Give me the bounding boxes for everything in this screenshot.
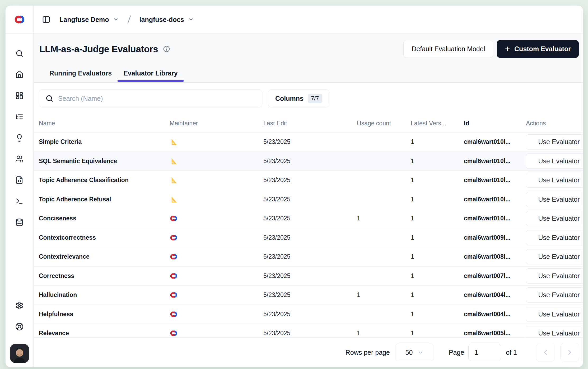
- use-evaluator-button[interactable]: Use Evaluator: [526, 173, 583, 188]
- table-row[interactable]: Conciseness 5/23/2025 1 1 cmal6wart010l.…: [34, 209, 583, 228]
- table-row[interactable]: Hallucination 5/23/2025 1 1 cmal6wart004…: [34, 286, 583, 305]
- evaluator-name: Topic Adherence Refusal: [39, 196, 111, 203]
- page-number-input[interactable]: [469, 349, 501, 356]
- next-page-button[interactable]: [560, 343, 579, 362]
- tab-evaluator-library[interactable]: Evaluator Library: [118, 69, 184, 82]
- sidebar-item-home[interactable]: [9, 64, 30, 85]
- sidebar-item-tracing[interactable]: [9, 106, 30, 127]
- main-content: LLM-as-a-Judge Evaluators Default Evalua…: [34, 34, 583, 367]
- sidebar-item-settings[interactable]: [9, 295, 30, 316]
- last-edit-value: 5/23/2025: [263, 330, 290, 337]
- project-switcher[interactable]: langfuse-docs: [139, 16, 194, 23]
- use-evaluator-button[interactable]: Use Evaluator: [526, 211, 583, 226]
- page-count-label: of 1: [506, 349, 517, 356]
- project-name: langfuse-docs: [139, 16, 184, 23]
- table-row[interactable]: Simple Criteria 5/23/2025 1 cmal6wart010…: [34, 133, 583, 152]
- evaluator-id-value: cmal6wart009l...: [464, 234, 510, 241]
- org-name: Langfuse Demo: [59, 16, 109, 23]
- sidebar-item-search[interactable]: [9, 43, 30, 64]
- evaluator-id-value: cmal6wart007l...: [464, 272, 510, 279]
- evaluator-id-value: cmal6wart004l...: [464, 291, 510, 298]
- use-evaluator-button[interactable]: Use Evaluator: [526, 249, 583, 264]
- column-header-actions: Actions: [526, 120, 583, 127]
- lifebuoy-icon: [15, 323, 24, 331]
- langfuse-logo: [6, 6, 34, 34]
- table-row[interactable]: Topic Adherence Refusal 5/23/2025 1 cmal…: [34, 190, 583, 209]
- org-switcher[interactable]: Langfuse Demo: [59, 16, 119, 23]
- last-edit-value: 5/23/2025: [263, 196, 290, 203]
- terminal-icon: [15, 197, 24, 205]
- sidebar-item-datasets[interactable]: [9, 212, 30, 233]
- custom-evaluator-button[interactable]: + Custom Evaluator: [497, 40, 579, 58]
- latest-version-value: 1: [411, 234, 414, 241]
- use-evaluator-button[interactable]: Use Evaluator: [526, 326, 583, 337]
- user-avatar[interactable]: [10, 344, 29, 363]
- page-title: LLM-as-a-Judge Evaluators: [39, 44, 158, 54]
- evaluator-id-value: cmal6wart010l...: [464, 196, 510, 203]
- sidebar-item-evaluation[interactable]: [9, 127, 30, 148]
- ragas-logo-icon: [170, 138, 263, 146]
- evaluator-id-value: cmal6wart010l...: [464, 158, 510, 164]
- use-evaluator-button[interactable]: Use Evaluator: [526, 230, 583, 245]
- lightbulb-icon: [15, 134, 24, 142]
- column-header-id: Id: [464, 120, 526, 127]
- table-row[interactable]: SQL Semantic Equivalence 5/23/2025 1 cma…: [34, 152, 583, 171]
- info-icon[interactable]: [163, 45, 170, 53]
- sidebar-item-playground[interactable]: [9, 191, 30, 212]
- last-edit-value: 5/23/2025: [263, 138, 290, 145]
- usage-count-value: 1: [357, 215, 360, 222]
- columns-label: Columns: [275, 95, 304, 102]
- table-row[interactable]: Contextrelevance 5/23/2025 1 cmal6wart00…: [34, 247, 583, 267]
- table-row[interactable]: Relevance 5/23/2025 1 1 cmal6wart005l...…: [34, 324, 583, 337]
- sidebar-item-users[interactable]: [9, 148, 30, 169]
- use-evaluator-button[interactable]: Use Evaluator: [526, 307, 583, 322]
- previous-page-button[interactable]: [536, 343, 555, 362]
- gear-icon: [15, 301, 24, 310]
- sidebar-toggle-button[interactable]: [42, 15, 50, 24]
- page-header: LLM-as-a-Judge Evaluators Default Evalua…: [34, 34, 583, 83]
- latest-version-value: 1: [411, 177, 414, 183]
- use-evaluator-button[interactable]: Use Evaluator: [526, 154, 583, 169]
- table-row[interactable]: Helpfulness 5/23/2025 1 cmal6wart004l...…: [34, 305, 583, 324]
- langfuse-logo-icon: [170, 310, 263, 318]
- dashboard-icon: [15, 92, 24, 100]
- rows-per-page-select[interactable]: 50: [395, 344, 434, 361]
- search-box[interactable]: [39, 89, 262, 107]
- langfuse-logo-icon: [170, 253, 263, 261]
- table-header-row: Name Maintainer Last Edit Usage count La…: [34, 114, 583, 133]
- evaluator-name: Relevance: [39, 330, 69, 337]
- langfuse-logo-icon: [14, 14, 25, 25]
- use-evaluator-button[interactable]: Use Evaluator: [526, 134, 583, 149]
- sidebar-item-prompts[interactable]: [9, 169, 30, 191]
- latest-version-value: 1: [411, 215, 414, 222]
- table-row[interactable]: Contextcorrectness 5/23/2025 1 cmal6wart…: [34, 228, 583, 248]
- evaluator-name: Contextcorrectness: [39, 234, 96, 241]
- latest-version-value: 1: [411, 330, 414, 337]
- rows-per-page-value: 50: [405, 349, 413, 356]
- column-header-usage-count: Usage count: [357, 120, 411, 127]
- last-edit-value: 5/23/2025: [263, 215, 290, 222]
- breadcrumb-separator: [126, 15, 132, 24]
- use-evaluator-button[interactable]: Use Evaluator: [526, 268, 583, 283]
- table-row[interactable]: Topic Adherence Classification 5/23/2025…: [34, 171, 583, 190]
- database-icon: [15, 218, 24, 226]
- column-header-last-edit: Last Edit: [263, 120, 357, 127]
- topbar: Langfuse Demo langfuse-docs: [6, 6, 583, 34]
- table-row[interactable]: Correctness 5/23/2025 1 cmal6wart007l...…: [34, 267, 583, 286]
- evaluator-name: Conciseness: [39, 215, 76, 222]
- latest-version-value: 1: [411, 253, 414, 260]
- evaluator-id-value: cmal6wart010l...: [464, 177, 510, 183]
- sidebar-item-dashboards[interactable]: [9, 85, 30, 106]
- column-header-name: Name: [34, 120, 170, 127]
- tab-running-evaluators[interactable]: Running Evaluators: [44, 69, 118, 82]
- sidebar-item-support[interactable]: [9, 316, 30, 337]
- search-input[interactable]: [58, 95, 256, 102]
- use-evaluator-button[interactable]: Use Evaluator: [526, 192, 583, 207]
- panel-left-icon: [42, 15, 50, 24]
- evaluator-name: Helpfulness: [39, 311, 73, 318]
- use-evaluator-button[interactable]: Use Evaluator: [526, 287, 583, 302]
- sidebar-rail: [6, 34, 34, 367]
- chevron-left-icon: [542, 348, 549, 356]
- default-evaluation-model-button[interactable]: Default Evaluation Model: [403, 40, 493, 58]
- columns-button[interactable]: Columns 7/7: [268, 89, 329, 107]
